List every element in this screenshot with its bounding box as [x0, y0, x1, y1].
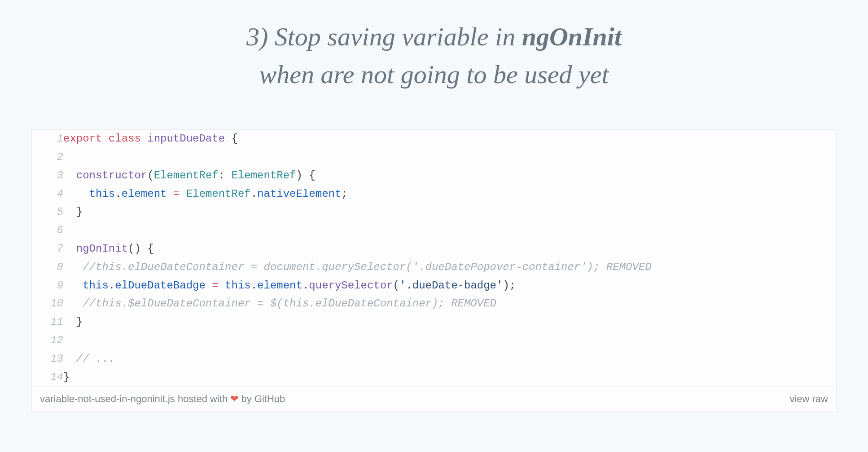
line-number: 7: [32, 240, 63, 258]
code-content: [63, 222, 836, 240]
line-number: 6: [32, 222, 63, 240]
slide-heading: 3) Stop saving variable in ngOnInit when…: [31, 18, 837, 93]
code-content: constructor(ElementRef: ElementRef) {: [63, 167, 836, 185]
code-line: 14}: [32, 368, 836, 387]
heart-icon: ❤: [230, 393, 238, 404]
line-number: 2: [32, 148, 63, 167]
code-line: 1export class inputDueDate {: [32, 130, 836, 148]
heading-bold: ngOnInit: [522, 22, 622, 51]
code-line: 5 }: [32, 203, 836, 222]
code-content: // ...: [63, 350, 836, 368]
code-line: 12: [32, 332, 836, 350]
code-line: 3 constructor(ElementRef: ElementRef) {: [32, 167, 836, 185]
gist-filename-link[interactable]: variable-not-used-in-ngoninit.js: [40, 393, 175, 404]
code-content: [63, 332, 836, 350]
code-line: 13 // ...: [32, 350, 836, 368]
gist-footer: variable-not-used-in-ngoninit.js hosted …: [32, 386, 836, 411]
code-content: }: [63, 313, 836, 332]
gist-meta: variable-not-used-in-ngoninit.js hosted …: [40, 393, 285, 405]
code-content: [63, 148, 836, 167]
line-number: 9: [32, 277, 63, 295]
code-line: 7 ngOnInit() {: [32, 240, 836, 258]
code-content: ngOnInit() {: [63, 240, 836, 258]
code-content: //this.elDueDateContainer = document.que…: [63, 258, 836, 277]
hosted-with-text: hosted with: [175, 393, 231, 404]
line-number: 5: [32, 203, 63, 222]
code-line: 4 this.element = ElementRef.nativeElemen…: [32, 185, 836, 204]
code-content: this.element = ElementRef.nativeElement;: [63, 185, 836, 204]
heading-line2: when are not going to be used yet: [259, 60, 609, 89]
code-line: 11 }: [32, 313, 836, 332]
code-content: }: [63, 203, 836, 222]
code-content: }: [63, 368, 836, 387]
code-content: export class inputDueDate {: [63, 130, 836, 148]
code-line: 10 //this.$elDueDateContainer = $(this.e…: [32, 295, 836, 313]
line-number: 1: [32, 130, 63, 148]
line-number: 10: [32, 295, 63, 313]
code-content: //this.$elDueDateContainer = $(this.elDu…: [63, 295, 836, 313]
code-table: 1export class inputDueDate {2 3 construc…: [32, 130, 836, 386]
code-line: 9 this.elDueDateBadge = this.element.que…: [32, 277, 836, 295]
line-number: 13: [32, 350, 63, 368]
code-line: 6: [32, 222, 836, 240]
code-content: this.elDueDateBadge = this.element.query…: [63, 277, 836, 295]
line-number: 3: [32, 167, 63, 185]
code-line: 2: [32, 148, 836, 167]
line-number: 11: [32, 313, 63, 332]
by-text: by: [238, 393, 254, 404]
line-number: 8: [32, 258, 63, 277]
code-line: 8 //this.elDueDateContainer = document.q…: [32, 258, 836, 277]
heading-prefix: 3) Stop saving variable in: [246, 22, 522, 51]
line-number: 4: [32, 185, 63, 204]
view-raw-link[interactable]: view raw: [789, 393, 828, 405]
line-number: 14: [32, 368, 63, 387]
line-number: 12: [32, 332, 63, 350]
gist-container: 1export class inputDueDate {2 3 construc…: [31, 129, 837, 412]
github-link[interactable]: GitHub: [254, 393, 285, 404]
